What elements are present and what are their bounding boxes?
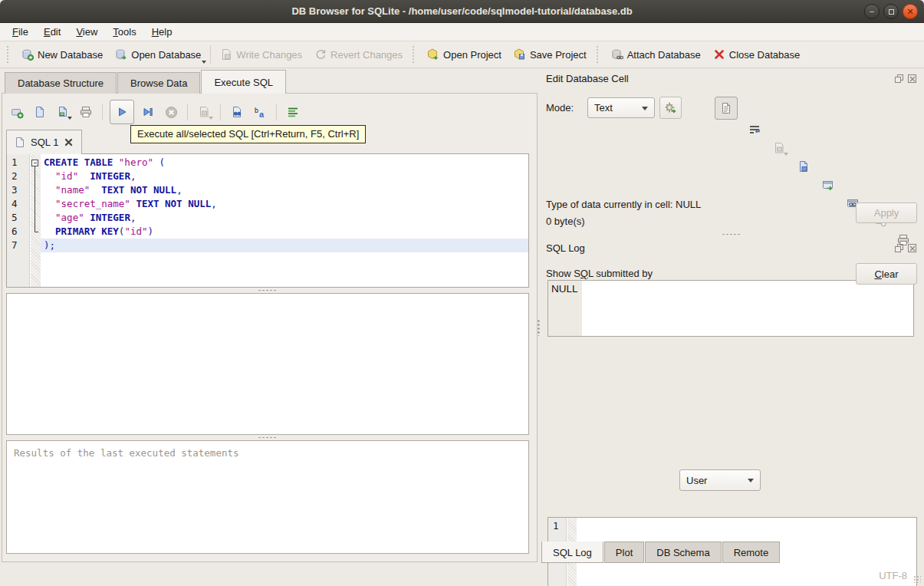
- maximize-icon: [889, 9, 894, 15]
- toolbar-grip[interactable]: [7, 46, 12, 63]
- find-icon[interactable]: [228, 103, 246, 121]
- code-text[interactable]: "age" INTEGER,: [41, 211, 528, 225]
- open-project-icon: [427, 48, 439, 61]
- splitter-results-messages[interactable]: [6, 435, 529, 440]
- save-results-caret: [209, 117, 213, 120]
- open-sql-new-tab-icon[interactable]: [54, 103, 72, 121]
- import-data-icon: [770, 139, 788, 157]
- menu-edit[interactable]: Edit: [36, 24, 68, 40]
- attach-database-button[interactable]: Attach Database: [605, 44, 707, 64]
- toolbar-grip[interactable]: [597, 46, 601, 63]
- open-database-button[interactable]: Open Database: [109, 44, 207, 64]
- new-sql-tab-icon[interactable]: [8, 103, 26, 121]
- execute-all-button[interactable]: [110, 100, 134, 124]
- code-line[interactable]: 5 "age" INTEGER,: [7, 211, 528, 225]
- mode-select[interactable]: Text: [587, 97, 655, 118]
- word-wrap-icon[interactable]: [745, 120, 764, 139]
- auto-apply-button[interactable]: [659, 97, 682, 119]
- maximize-button[interactable]: [883, 4, 899, 19]
- resize-grip[interactable]: [913, 575, 921, 583]
- revert-changes-button: Revert Changes: [308, 44, 409, 64]
- tab-database-structure[interactable]: Database Structure: [5, 72, 117, 94]
- fold-marker: [30, 211, 41, 225]
- apply-button: Apply: [856, 202, 917, 223]
- line-number: 2: [7, 170, 30, 183]
- open-sql-dropdown-caret[interactable]: [67, 117, 72, 120]
- line-number: 7: [7, 239, 30, 252]
- open-database-dropdown-caret[interactable]: [202, 61, 206, 64]
- text-mode-button[interactable]: [715, 97, 738, 120]
- code-line[interactable]: 3 "name" TEXT NOT NULL,: [7, 183, 528, 197]
- code-text[interactable]: CREATE TABLE "hero" (: [41, 156, 528, 170]
- stop-icon: [162, 103, 180, 121]
- window-controls: − ✕: [864, 4, 918, 19]
- dock-tab-remote[interactable]: Remote: [722, 542, 781, 563]
- execute-line-icon[interactable]: [139, 103, 157, 121]
- sql-toolbar-separator: [102, 104, 103, 120]
- gear-apply-icon: [664, 101, 677, 114]
- menu-help[interactable]: Help: [144, 24, 180, 40]
- sql-file-tab[interactable]: SQL 1: [6, 130, 82, 154]
- indent-lines-icon[interactable]: [284, 103, 302, 121]
- code-text[interactable]: );: [41, 239, 528, 252]
- open-in-external-icon[interactable]: [819, 176, 837, 194]
- open-database-icon: [115, 48, 127, 61]
- line-number: 5: [7, 211, 30, 225]
- fold-marker: [30, 197, 41, 211]
- code-line[interactable]: 6 PRIMARY KEY("id"): [7, 225, 528, 239]
- encoding-indicator: UTF-8: [879, 570, 907, 581]
- fold-marker[interactable]: [30, 156, 41, 170]
- line-number: 1: [7, 156, 30, 170]
- close-panel-icon[interactable]: [907, 243, 917, 253]
- code-line[interactable]: 4 "secret_name" TEXT NOT NULL,: [7, 197, 528, 211]
- dock-tab-db-schema[interactable]: DB Schema: [645, 542, 721, 563]
- fold-marker: [30, 183, 41, 197]
- fold-marker: [30, 239, 41, 252]
- cell-editor[interactable]: NULL: [547, 280, 914, 337]
- sql-log-filter-label: Show SQL submitted by: [546, 268, 653, 279]
- float-panel-icon[interactable]: [894, 74, 904, 84]
- new-database-button[interactable]: New Database: [15, 44, 109, 64]
- save-results-icon: [195, 103, 213, 121]
- clear-log-button[interactable]: Clear: [856, 263, 917, 285]
- mode-label: Mode:: [546, 102, 574, 114]
- line-number: 3: [7, 183, 30, 197]
- open-project-button[interactable]: Open Project: [421, 44, 508, 64]
- tab-execute-sql[interactable]: Execute SQL: [201, 70, 286, 94]
- code-text[interactable]: PRIMARY KEY("id"): [41, 225, 528, 239]
- menu-file[interactable]: File: [5, 24, 36, 40]
- float-panel-icon[interactable]: [894, 243, 904, 253]
- code-line[interactable]: 1CREATE TABLE "hero" (: [7, 156, 528, 170]
- minimize-button[interactable]: −: [864, 4, 880, 19]
- export-data-icon[interactable]: [794, 157, 813, 176]
- splitter-main-dock[interactable]: [536, 316, 541, 339]
- code-line[interactable]: 7);: [7, 239, 528, 252]
- close-sql-tab-icon[interactable]: [64, 137, 74, 147]
- code-line[interactable]: 2 "id" INTEGER,: [7, 170, 528, 183]
- sql-log-filter-select[interactable]: User: [679, 469, 761, 491]
- close-panel-icon[interactable]: [907, 74, 917, 84]
- close-database-button[interactable]: Close Database: [707, 44, 807, 64]
- menu-view[interactable]: View: [68, 24, 105, 40]
- splitter-editor-results[interactable]: [6, 288, 529, 292]
- dock-tab-sql-log[interactable]: SQL Log: [541, 542, 603, 563]
- splitter-dock[interactable]: [546, 232, 917, 236]
- close-button[interactable]: ✕: [903, 4, 918, 19]
- text-format-icon[interactable]: ba: [251, 103, 269, 121]
- print-sql-icon[interactable]: [77, 103, 95, 121]
- toolbar-grip[interactable]: [413, 46, 417, 63]
- code-text[interactable]: "secret_name" TEXT NOT NULL,: [41, 197, 528, 211]
- tab-browse-data[interactable]: Browse Data: [117, 72, 200, 94]
- save-project-button[interactable]: Save Project: [508, 44, 593, 64]
- titlebar[interactable]: DB Browser for SQLite - /home/user/code/…: [0, 0, 924, 23]
- menu-tools[interactable]: Tools: [105, 24, 143, 40]
- open-sql-file-icon[interactable]: [31, 103, 49, 121]
- chevron-down-icon: [748, 479, 754, 482]
- window-title: DB Browser for SQLite - /home/user/code/…: [291, 5, 632, 17]
- dock-tab-plot[interactable]: Plot: [604, 542, 644, 563]
- code-text[interactable]: "name" TEXT NOT NULL,: [41, 183, 528, 197]
- code-text[interactable]: "id" INTEGER,: [41, 170, 528, 183]
- sql-editor[interactable]: 1CREATE TABLE "hero" (2 "id" INTEGER,3 "…: [6, 153, 529, 288]
- toolbar-separator: [210, 45, 211, 64]
- sql-log-title: SQL Log: [546, 242, 585, 254]
